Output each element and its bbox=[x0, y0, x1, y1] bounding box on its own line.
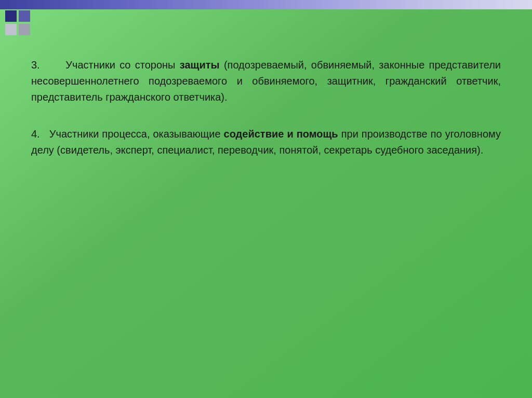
top-bar bbox=[0, 0, 532, 9]
paragraph-4-text-before-bold: Участники процесса, оказывающие bbox=[49, 128, 224, 140]
paragraph-3: 3. Участники со стороны защиты (подозрев… bbox=[31, 57, 501, 105]
text-content: 3. Участники со стороны защиты (подозрев… bbox=[31, 57, 501, 367]
top-left-decor bbox=[5, 10, 30, 35]
decor-row-bottom bbox=[5, 24, 30, 35]
decor-row-top bbox=[5, 10, 30, 22]
slide-container: 3. Участники со стороны защиты (подозрев… bbox=[0, 0, 532, 398]
paragraph-3-text-before-bold: Участники со стороны bbox=[65, 59, 179, 71]
paragraph-3-bold-text: защиты bbox=[180, 59, 220, 71]
light-gray-square-bottom-left bbox=[5, 24, 17, 35]
paragraph-4: 4. Участники процесса, оказывающие содей… bbox=[31, 126, 501, 158]
dark-blue-square-top-left bbox=[5, 10, 17, 22]
gray-square-bottom-right bbox=[19, 24, 30, 35]
paragraph-4-number: 4. bbox=[31, 128, 40, 140]
mid-blue-square-top-right bbox=[19, 10, 30, 22]
paragraph-4-bold-text: содействие и помощь bbox=[224, 128, 338, 140]
paragraph-3-number: 3. bbox=[31, 59, 40, 71]
